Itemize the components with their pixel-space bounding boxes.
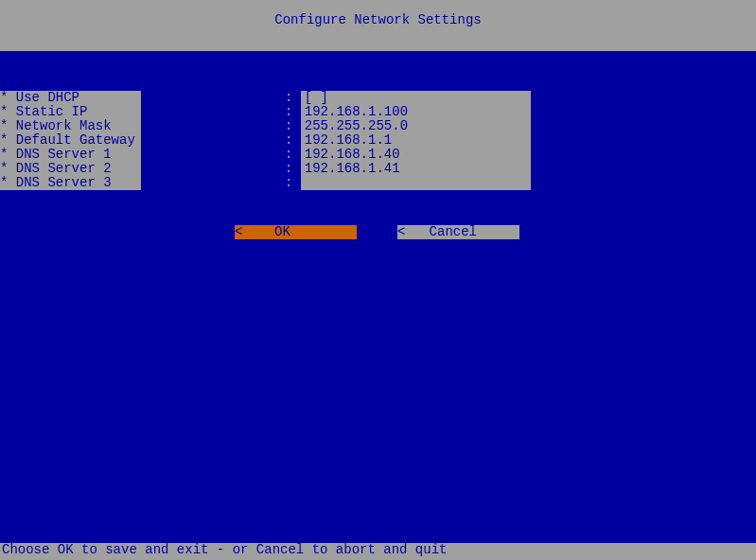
title-bar: Configure Network Settings <box>0 0 756 51</box>
field-label: * DNS Server 3 <box>0 176 141 190</box>
field-separator: : <box>285 148 301 162</box>
field-label: * Default Gateway <box>0 133 141 148</box>
dns-server-3-input[interactable] <box>301 176 531 190</box>
field-row-dns2: * DNS Server 2 : 192.168.1.41 <box>0 162 531 176</box>
field-label: * DNS Server 2 <box>0 162 141 176</box>
ok-button[interactable]: < OK > <box>235 225 357 239</box>
field-label: * Network Mask <box>0 119 141 133</box>
static-ip-input[interactable]: 192.168.1.100 <box>301 105 531 119</box>
field-row-default-gateway: * Default Gateway : 192.168.1.1 <box>0 133 531 148</box>
field-label: * Use DHCP <box>0 91 141 105</box>
field-separator: : <box>285 133 301 148</box>
field-row-use-dhcp: * Use DHCP : [ ] <box>0 91 531 105</box>
dns-server-2-input[interactable]: 192.168.1.41 <box>301 162 531 176</box>
field-separator: : <box>285 176 301 190</box>
default-gateway-input[interactable]: 192.168.1.1 <box>301 133 531 148</box>
field-label: * DNS Server 1 <box>0 148 141 162</box>
main-area: * Use DHCP : [ ] * Static IP : 192.168.1… <box>0 51 756 543</box>
use-dhcp-checkbox[interactable]: [ ] <box>301 91 531 105</box>
field-row-network-mask: * Network Mask : 255.255.255.0 <box>0 119 531 133</box>
network-mask-input[interactable]: 255.255.255.0 <box>301 119 531 133</box>
fields-container: * Use DHCP : [ ] * Static IP : 192.168.1… <box>0 91 531 190</box>
field-separator: : <box>285 119 301 133</box>
field-row-static-ip: * Static IP : 192.168.1.100 <box>0 105 531 119</box>
field-separator: : <box>285 162 301 176</box>
status-text: Choose OK to save and exit - or Cancel t… <box>2 542 447 557</box>
field-row-dns3: * DNS Server 3 : <box>0 176 531 190</box>
field-separator: : <box>285 91 301 105</box>
field-label: * Static IP <box>0 105 141 119</box>
cancel-button[interactable]: < Cancel > <box>397 225 519 239</box>
dialog-title: Configure Network Settings <box>274 12 481 27</box>
status-bar: Choose OK to save and exit - or Cancel t… <box>0 543 756 560</box>
field-separator: : <box>285 105 301 119</box>
dns-server-1-input[interactable]: 192.168.1.40 <box>301 148 531 162</box>
field-row-dns1: * DNS Server 1 : 192.168.1.40 <box>0 148 531 162</box>
